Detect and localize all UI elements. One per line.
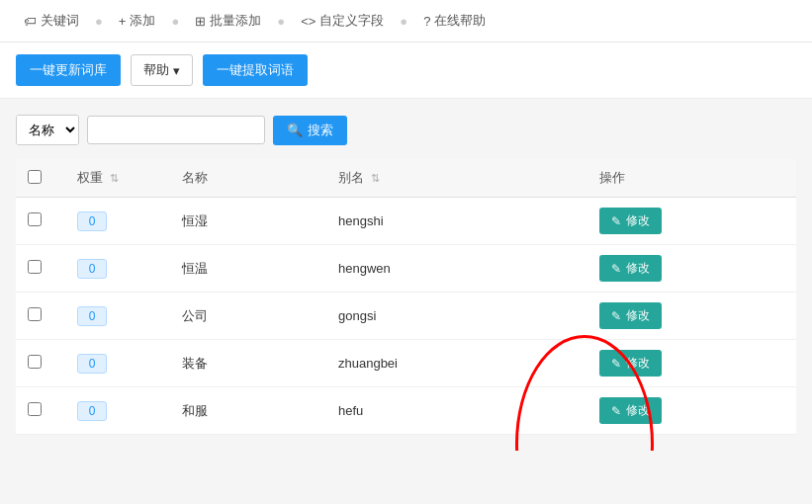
table-row: 0 和服 hefu ✎ 修改 [16, 387, 796, 435]
search-input[interactable] [87, 116, 265, 144]
row-alias: hefu [338, 403, 363, 418]
row-name: 恒温 [182, 261, 208, 276]
btn-fetch-words[interactable]: 一键提取词语 [203, 54, 308, 86]
edit-label: 修改 [626, 402, 650, 419]
chevron-down-icon: ▾ [173, 63, 180, 78]
action-bar: 一键更新词库 帮助 ▾ 一键提取词语 [0, 42, 812, 99]
toolbar-item-add[interactable]: + 添加 [111, 8, 164, 34]
weight-badge: 0 [77, 354, 107, 374]
edit-icon: ✎ [611, 404, 621, 418]
edit-label: 修改 [626, 307, 650, 324]
row-alias: gongsi [338, 308, 376, 323]
add-icon: + [119, 14, 127, 29]
row-alias: hengwen [338, 261, 391, 276]
table-row: 0 恒湿 hengshi ✎ 修改 [16, 198, 796, 245]
select-all-checkbox[interactable] [28, 170, 42, 184]
edit-button[interactable]: ✎ 修改 [599, 208, 662, 234]
edit-icon: ✎ [611, 214, 621, 228]
edit-icon: ✎ [611, 309, 621, 323]
row-name: 和服 [182, 403, 208, 418]
toolbar-item-keyword[interactable]: 🏷 关键词 [16, 8, 87, 34]
row-checkbox[interactable] [28, 402, 42, 416]
row-name: 公司 [182, 308, 208, 323]
weight-badge: 0 [77, 306, 107, 326]
search-select[interactable]: 名称 [17, 116, 78, 144]
edit-icon: ✎ [611, 262, 621, 276]
toolbar-item-batch-add[interactable]: ⊞ 批量添加 [187, 8, 269, 34]
edit-button[interactable]: ✎ 修改 [599, 255, 662, 282]
toolbar-item-help[interactable]: ? 在线帮助 [415, 8, 494, 34]
batch-icon: ⊞ [195, 14, 206, 29]
table-row: 0 公司 gongsi ✎ 修改 [16, 293, 796, 340]
weight-badge: 0 [77, 259, 107, 279]
search-icon: 🔍 [287, 123, 303, 137]
weight-sort-icon[interactable]: ⇅ [110, 172, 119, 184]
row-alias: zhuangbei [338, 356, 398, 371]
row-alias: hengshi [338, 213, 384, 228]
search-bar: 名称 🔍 搜索 [16, 115, 796, 145]
row-name: 恒湿 [182, 213, 208, 228]
data-table: 权重 ⇅ 名称 别名 ⇅ 操作 0 [16, 159, 796, 435]
edit-button[interactable]: ✎ 修改 [599, 397, 662, 424]
edit-button[interactable]: ✎ 修改 [599, 302, 662, 329]
table-row: 0 装备 zhuangbei ✎ 修改 [16, 340, 796, 387]
edit-label: 修改 [626, 212, 650, 229]
alias-sort-icon[interactable]: ⇅ [371, 172, 380, 184]
top-toolbar: 🏷 关键词 ● + 添加 ● ⊞ 批量添加 ● <> 自定义字段 ● ? 在线帮… [0, 0, 812, 42]
weight-badge: 0 [77, 401, 107, 421]
btn-update-dict[interactable]: 一键更新词库 [16, 54, 121, 86]
table-row: 0 恒温 hengwen ✎ 修改 [16, 245, 796, 293]
row-checkbox[interactable] [28, 307, 42, 321]
row-checkbox[interactable] [28, 212, 42, 226]
edit-icon: ✎ [611, 357, 621, 371]
edit-button[interactable]: ✎ 修改 [599, 350, 662, 377]
keyword-icon: 🏷 [24, 14, 37, 29]
edit-label: 修改 [626, 355, 650, 372]
btn-help-dropdown[interactable]: 帮助 ▾ [131, 54, 193, 86]
toolbar-item-custom-field[interactable]: <> 自定义字段 [293, 8, 392, 34]
row-checkbox[interactable] [28, 260, 42, 274]
table-wrapper: 权重 ⇅ 名称 别名 ⇅ 操作 0 [16, 159, 796, 435]
row-checkbox[interactable] [28, 355, 42, 369]
search-button[interactable]: 🔍 搜索 [273, 116, 347, 145]
row-name: 装备 [182, 356, 208, 371]
help-icon: ? [423, 14, 430, 29]
code-icon: <> [301, 14, 316, 29]
edit-label: 修改 [626, 260, 650, 277]
weight-badge: 0 [77, 211, 107, 231]
